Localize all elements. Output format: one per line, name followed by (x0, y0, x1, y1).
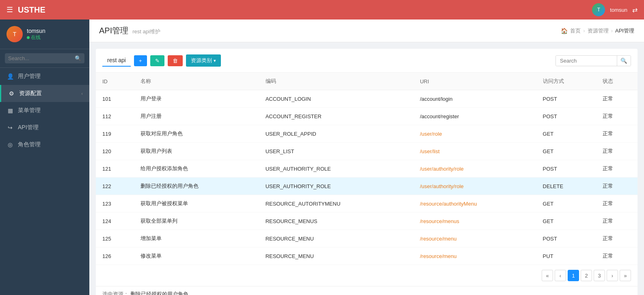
api-table: ID 名称 编码 URI 访问方式 状态 101 用户登录 ACCOUNT_LO… (96, 73, 638, 265)
page-prev-button[interactable]: ‹ (555, 270, 566, 281)
cell-code: RESOURCE_MENU (259, 230, 414, 247)
add-button[interactable]: + (134, 55, 147, 66)
table-row[interactable]: 112 用户注册 ACCOUNT_REGISTER /account/regis… (96, 108, 638, 125)
top-header: ☰ USTHE T tomsun ⇄ (0, 0, 644, 20)
cell-id: 101 (96, 90, 134, 108)
table-row[interactable]: 119 获取对应用户角色 USER_ROLE_APPID /user/role … (96, 125, 638, 143)
sidebar-item-menu-mgmt[interactable]: ▦ 菜单管理 (0, 102, 89, 119)
cell-method: POST (536, 108, 596, 125)
cell-name: 获取全部菜单列 (134, 213, 259, 230)
cell-name: 用户登录 (134, 90, 259, 108)
search-input[interactable] (556, 56, 617, 66)
cell-name: 修改菜单 (134, 247, 259, 265)
cell-id: 120 (96, 143, 134, 160)
cell-uri: /account/login (413, 90, 536, 108)
menu-mgmt-label: 菜单管理 (18, 107, 41, 114)
page-2-button[interactable]: 2 (581, 270, 592, 281)
cell-name: 获取用户被授权菜单 (134, 195, 259, 213)
sidebar-item-role-mgmt[interactable]: ◎ 角色管理 (0, 136, 89, 153)
sidebar-item-user-mgmt[interactable]: 👤 用户管理 (0, 68, 89, 85)
page-subtitle: rest api维护 (132, 28, 160, 35)
role-mgmt-label: 角色管理 (18, 141, 41, 148)
table-row[interactable]: 124 获取全部菜单列 RESOURCE_MENUS /resource/men… (96, 213, 638, 230)
cell-id: 124 (96, 213, 134, 230)
cell-name: 给用户授权添加角色 (134, 160, 259, 178)
content-area: API管理 rest api维护 🏠 首页 › 资源管理 › API管理 res… (89, 20, 644, 295)
user-mgmt-label: 用户管理 (18, 73, 41, 80)
cell-id: 123 (96, 195, 134, 213)
selected-label: 选中资源： (102, 291, 129, 295)
page-3-button[interactable]: 3 (594, 270, 605, 281)
breadcrumb-home-icon: 🏠 (561, 28, 568, 34)
col-uri: URI (413, 73, 536, 90)
resource-type-label: 资源类别 (191, 57, 212, 64)
sidebar-username: tomsun (27, 28, 45, 34)
edit-icon: ✎ (155, 58, 160, 64)
breadcrumb-sep-2: › (611, 28, 613, 34)
cell-id: 119 (96, 125, 134, 143)
cell-method: PUT (536, 247, 596, 265)
table-toolbar: rest api + ✎ 🗑 资源类别 ▾ (96, 49, 638, 73)
status-dot-icon (27, 36, 30, 39)
cell-code: USER_AUTHORITY_ROLE (259, 178, 414, 195)
cell-status: 正常 (596, 195, 638, 213)
api-mgmt-icon: ↪ (6, 124, 14, 131)
table-row[interactable]: 120 获取用户列表 USER_LIST /user/list GET 正常 (96, 143, 638, 160)
table-row[interactable]: 125 增加菜单 RESOURCE_MENU /resource/menu PO… (96, 230, 638, 247)
cell-code: RESOURCE_MENUS (259, 213, 414, 230)
sidebar-item-api-mgmt[interactable]: ↪ API管理 (0, 119, 89, 136)
table-row[interactable]: 121 给用户授权添加角色 USER_AUTHORITY_ROLE /user/… (96, 160, 638, 178)
sidebar-search-input[interactable] (8, 55, 75, 61)
rest-api-tab[interactable]: rest api (102, 54, 131, 67)
page-title: API管理 (99, 25, 128, 36)
cell-method: GET (536, 213, 596, 230)
sidebar-user-section: T tomsun 在线 (0, 20, 89, 49)
top-user-avatar: T (592, 3, 605, 16)
menu-toggle-icon[interactable]: ☰ (6, 5, 13, 14)
cell-id: 122 (96, 178, 134, 195)
share-icon[interactable]: ⇄ (632, 6, 638, 14)
cell-code: USER_LIST (259, 143, 414, 160)
cell-id: 121 (96, 160, 134, 178)
cell-uri: /user/role (413, 125, 536, 143)
delete-button[interactable]: 🗑 (168, 55, 183, 66)
sidebar-item-resource-config[interactable]: ⚙ 资源配置 ‹ (0, 85, 89, 102)
breadcrumb-resource[interactable]: 资源管理 (588, 27, 609, 35)
table-row[interactable]: 126 修改菜单 RESOURCE_MENU /resource/menu PU… (96, 247, 638, 265)
resource-config-label: 资源配置 (19, 90, 42, 97)
menu-mgmt-icon: ▦ (6, 107, 14, 114)
app-title: USTHE (18, 5, 45, 15)
table-card: rest api + ✎ 🗑 资源类别 ▾ (96, 49, 638, 295)
cell-uri: /resource/menu (413, 230, 536, 247)
sidebar-nav: 👤 用户管理 ⚙ 资源配置 ‹ ▦ 菜单管理 ↪ API管理 ◎ 角色管理 (0, 68, 89, 295)
cell-status: 正常 (596, 90, 638, 108)
cell-uri: /resource/authorityMenu (413, 195, 536, 213)
selected-resource-name: 删除已经授权的用户角色 (130, 291, 188, 295)
search-button[interactable]: 🔍 (617, 56, 631, 66)
page-last-button[interactable]: » (620, 270, 631, 281)
table-container: rest api + ✎ 🗑 资源类别 ▾ (89, 42, 644, 295)
cell-code: ACCOUNT_REGISTER (259, 108, 414, 125)
cell-code: ACCOUNT_LOGIN (259, 90, 414, 108)
page-next-button[interactable]: › (607, 270, 618, 281)
col-status: 状态 (596, 73, 638, 90)
dropdown-arrow-icon: ▾ (214, 58, 216, 63)
search-wrap: 🔍 (555, 55, 631, 66)
sidebar-avatar: T (6, 26, 23, 42)
table-row[interactable]: 122 删除已经授权的用户角色 USER_AUTHORITY_ROLE /use… (96, 178, 638, 195)
cell-code: RESOURCE_AUTORITYMENU (259, 195, 414, 213)
cell-uri: /user/authority/role (413, 178, 536, 195)
breadcrumb-home[interactable]: 首页 (570, 27, 581, 35)
breadcrumb-api: API管理 (615, 27, 634, 35)
table-row[interactable]: 101 用户登录 ACCOUNT_LOGIN /account/login PO… (96, 90, 638, 108)
pagination: « ‹ 1 2 3 › » (96, 265, 638, 283)
page-1-button[interactable]: 1 (568, 270, 579, 281)
page-first-button[interactable]: « (542, 270, 553, 281)
cell-method: POST (536, 90, 596, 108)
table-row[interactable]: 123 获取用户被授权菜单 RESOURCE_AUTORITYMENU /res… (96, 195, 638, 213)
cell-status: 正常 (596, 108, 638, 125)
edit-button[interactable]: ✎ (150, 55, 164, 66)
resource-type-button[interactable]: 资源类别 ▾ (186, 54, 221, 67)
cell-method: GET (536, 143, 596, 160)
col-id: ID (96, 73, 134, 90)
